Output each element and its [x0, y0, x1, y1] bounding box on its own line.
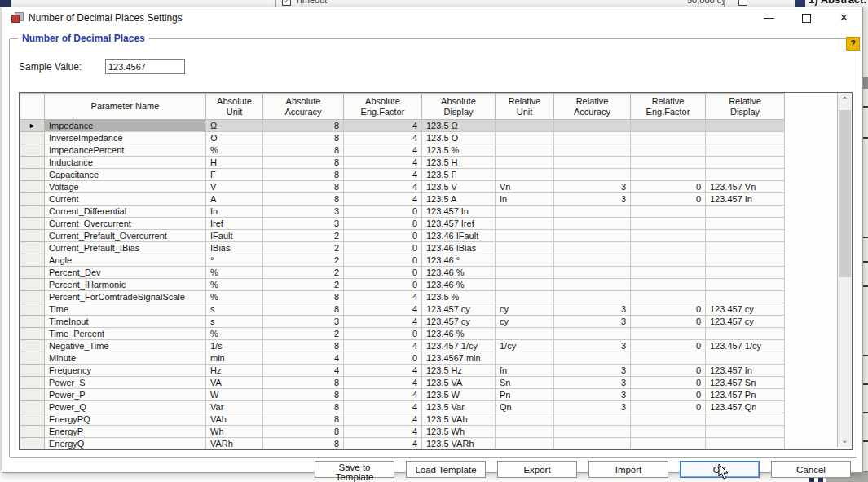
grid-cell[interactable] [631, 267, 706, 279]
grid-cell[interactable] [496, 426, 554, 438]
grid-cell[interactable]: 8 [263, 120, 344, 132]
grid-cell[interactable]: 0 [631, 365, 706, 377]
grid-cell[interactable]: 123.457 Pn [706, 389, 785, 401]
grid-cell[interactable]: Current_Differential [45, 206, 206, 218]
grid-cell[interactable]: 123.5 Wh [422, 426, 496, 438]
grid-cell[interactable]: Angle [45, 254, 206, 267]
grid-cell[interactable]: 8 [263, 169, 344, 181]
grid-cell[interactable] [554, 438, 631, 450]
grid-cell[interactable]: 4 [344, 132, 422, 144]
grid-cell[interactable] [496, 144, 554, 157]
grid-cell[interactable] [496, 169, 554, 181]
grid-cell[interactable] [706, 132, 785, 144]
grid-cell[interactable] [631, 206, 706, 218]
grid-cell[interactable] [554, 120, 631, 132]
grid-cell[interactable] [496, 132, 554, 144]
grid-cell[interactable]: fn [496, 365, 554, 377]
grid-cell[interactable] [631, 242, 706, 254]
grid-cell[interactable] [496, 352, 554, 365]
grid-cell[interactable] [631, 328, 706, 340]
grid-cell[interactable]: 4 [344, 413, 422, 426]
grid-cell[interactable]: 3 [554, 340, 631, 352]
title-bar[interactable]: Number of Decimal Places Settings — ✕ [2, 7, 862, 29]
grid-cell[interactable] [631, 254, 706, 267]
column-header-eng-factor[interactable]: RelativeEng.Factor [631, 94, 706, 120]
grid-cell[interactable] [496, 120, 554, 132]
grid-cell[interactable]: Negative_Time [45, 340, 206, 352]
grid-cell[interactable]: Var [206, 401, 263, 413]
grid-cell[interactable]: 123.5 Hz [422, 365, 496, 377]
grid-cell[interactable]: 123.4567 min [422, 352, 496, 365]
grid-cell[interactable]: 0 [344, 242, 422, 254]
grid-cell[interactable]: 123.5 VARh [422, 438, 496, 450]
grid-cell[interactable]: 123.457 1/cy [706, 340, 785, 352]
grid-cell[interactable]: ° [206, 254, 263, 267]
grid-cell[interactable]: 123.5 A [422, 193, 496, 206]
grid-cell[interactable] [554, 267, 631, 279]
grid-cell[interactable] [706, 120, 785, 132]
grid-cell[interactable]: 3 [554, 365, 631, 377]
grid-cell[interactable]: 123.457 In [706, 193, 785, 206]
row-selector[interactable] [20, 303, 45, 316]
grid-cell[interactable]: 0 [344, 352, 422, 365]
grid-cell[interactable] [496, 413, 554, 426]
grid-cell[interactable]: 1/cy [496, 340, 554, 352]
grid-cell[interactable]: 4 [344, 157, 422, 169]
grid-cell[interactable]: 3 [554, 389, 631, 401]
grid-cell[interactable]: 0 [631, 340, 706, 352]
row-selector[interactable] [20, 389, 45, 401]
grid-cell[interactable] [496, 291, 554, 303]
column-header-display[interactable]: RelativeDisplay [706, 94, 785, 120]
save-to-template-button[interactable]: Save to Template [315, 461, 394, 478]
grid-cell[interactable] [496, 438, 554, 450]
row-selector[interactable] [20, 291, 45, 303]
export-button[interactable]: Export [497, 461, 577, 478]
cancel-button[interactable]: Cancel [771, 461, 851, 478]
grid-cell[interactable]: 123.46 % [422, 328, 496, 340]
grid-cell[interactable]: 8 [263, 377, 344, 389]
grid-cell[interactable]: % [206, 267, 263, 279]
grid-cell[interactable] [706, 218, 785, 230]
grid-cell[interactable]: 8 [263, 401, 344, 413]
grid-cell[interactable]: 123.457 Qn [706, 401, 785, 413]
grid-cell[interactable]: 123.5 H [422, 157, 496, 169]
row-selector[interactable] [20, 169, 45, 181]
grid-cell[interactable] [631, 230, 706, 242]
grid-cell[interactable]: s [206, 316, 263, 328]
grid-cell[interactable] [706, 279, 785, 291]
grid-cell[interactable] [706, 242, 785, 254]
grid-cell[interactable]: % [206, 291, 263, 303]
grid-cell[interactable]: 0 [631, 389, 706, 401]
grid-cell[interactable]: 0 [344, 230, 422, 242]
grid-cell[interactable] [554, 242, 631, 254]
grid-cell[interactable] [496, 206, 554, 218]
grid-cell[interactable]: 123.457 1/cy [422, 340, 496, 352]
column-header-unit[interactable]: RelativeUnit [496, 94, 554, 120]
grid-cell[interactable]: 4 [344, 426, 422, 438]
row-selector[interactable] [20, 279, 45, 291]
grid-cell[interactable]: 0 [344, 218, 422, 230]
grid-cell[interactable]: 123.5 F [422, 169, 496, 181]
grid-cell[interactable] [554, 132, 631, 144]
grid-cell[interactable]: 4 [263, 365, 344, 377]
grid-cell[interactable] [496, 328, 554, 340]
help-icon[interactable]: ? [846, 37, 860, 51]
grid-cell[interactable]: 8 [263, 157, 344, 169]
grid-cell[interactable]: 2 [263, 230, 344, 242]
scroll-down-icon[interactable]: ⌄ [838, 433, 852, 447]
grid-cell[interactable]: EnergyPQ [45, 413, 206, 426]
grid-cell[interactable]: 4 [344, 438, 422, 450]
grid-cell[interactable]: 123.46 ° [422, 254, 496, 267]
row-selector[interactable] [20, 340, 45, 352]
row-selector[interactable]: ► [20, 120, 45, 132]
grid-cell[interactable]: 2 [263, 267, 344, 279]
background-checkbox[interactable] [738, 0, 747, 6]
row-selector[interactable] [20, 426, 45, 438]
row-selector[interactable] [20, 254, 45, 267]
grid-cell[interactable]: 8 [263, 291, 344, 303]
grid-cell[interactable]: 4 [344, 169, 422, 181]
grid-cell[interactable] [554, 169, 631, 181]
grid-cell[interactable]: 8 [263, 193, 344, 206]
grid-cell[interactable] [706, 254, 785, 267]
row-selector[interactable] [20, 132, 45, 144]
